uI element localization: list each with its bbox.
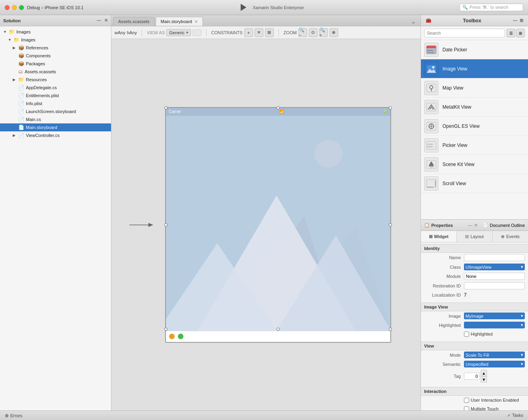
properties-panel: 📋 Properties — ✕ 📄 Document Outline ⊞ Wi…	[421, 219, 528, 410]
sidebar-item-entitlements[interactable]: 📄 Entitlements.plist	[0, 92, 111, 100]
resize-handle-top-left[interactable]	[164, 106, 168, 109]
sidebar-item-resources[interactable]: ▶ 📁 Resources	[0, 76, 111, 84]
resize-handle-middle-left[interactable]	[164, 223, 168, 227]
arrow-indicator	[129, 221, 153, 229]
semantic-value: Unspecified	[466, 362, 488, 367]
user-interaction-checkbox[interactable]	[464, 398, 469, 403]
phone-bottom-bar	[166, 331, 390, 342]
generic-dropdown[interactable]: Generic ▾	[166, 29, 191, 36]
tab-layout[interactable]: ⊟ Layout	[457, 231, 493, 242]
sidebar-item-references[interactable]: ▶ 📦 References	[0, 44, 111, 52]
sidebar-item-viewcontroller[interactable]: ▶ 📄 ViewController.cs	[0, 131, 111, 139]
maximize-button[interactable]	[19, 5, 24, 10]
highlighted-checkbox[interactable]	[464, 332, 469, 337]
errors-button[interactable]: ⊗ Errors	[5, 413, 22, 418]
sidebar-item-label: Resources	[26, 77, 47, 82]
tab-close-icon[interactable]: ✕	[195, 20, 198, 24]
toolbox-item-image-view[interactable]: Image View	[421, 59, 528, 78]
storyboard-file-icon: 📄	[18, 125, 24, 130]
svg-point-27	[429, 166, 434, 167]
tab-assets[interactable]: Assets.xcassets	[113, 17, 155, 26]
play-button[interactable]	[239, 4, 246, 11]
device-preview-icon[interactable]	[193, 29, 201, 36]
semantic-label: Semantic	[424, 362, 464, 367]
sidebar-item-images-sub[interactable]: ▼ 📁 Images	[0, 36, 111, 44]
metalkit-label: MetalKit View	[442, 104, 471, 110]
sidebar-item-packages[interactable]: 📦 Packages	[0, 60, 111, 68]
multiple-touch-checkbox[interactable]	[464, 406, 469, 411]
remove-constraint-button[interactable]: ✕	[255, 28, 263, 37]
tasks-label: Tasks	[512, 413, 523, 418]
highlighted-dropdown[interactable]: ▾	[464, 322, 525, 328]
sidebar-item-assets[interactable]: 🗂 Assets.xcassets	[0, 68, 111, 76]
minimize-button[interactable]	[12, 5, 17, 10]
grid-view-button[interactable]: ⊞	[516, 29, 525, 37]
sidebar-item-components[interactable]: 📦 Components	[0, 52, 111, 60]
name-input[interactable]	[464, 254, 525, 261]
props-row-image: Image MyImage ▾	[421, 311, 528, 320]
tab-events[interactable]: ⊕ Events	[493, 231, 528, 242]
properties-close-button[interactable]: ✕	[474, 223, 478, 228]
tasks-button[interactable]: ✓ Tasks	[507, 413, 523, 418]
image-dropdown[interactable]: MyImage ▾	[464, 313, 525, 319]
close-button[interactable]	[5, 5, 10, 10]
sidebar-item-appdelegate[interactable]: 📄 AppDelegate.cs	[0, 84, 111, 92]
tab-widget[interactable]: ⊞ Widget	[421, 231, 457, 242]
sidebar-close-icon[interactable]: ✕	[104, 18, 108, 23]
restoration-input[interactable]	[464, 282, 525, 289]
resize-handle-top-center[interactable]	[277, 106, 280, 109]
resize-handle-bottom-left[interactable]	[164, 328, 168, 331]
tag-increment-button[interactable]: ▲	[481, 370, 487, 376]
toolbox-item-metalkit[interactable]: MetalKit View	[421, 98, 528, 117]
constraints-label: CONSTRAINTS	[211, 30, 243, 35]
resize-handle-middle-right[interactable]	[389, 223, 392, 227]
module-input[interactable]	[464, 273, 525, 280]
semantic-dropdown[interactable]: Unspecified ▾	[464, 361, 525, 367]
mode-dropdown[interactable]: Scale To Fill ▾	[464, 352, 525, 358]
toolbox-item-opengl[interactable]: OpenGL ES View	[421, 117, 528, 136]
tag-input[interactable]	[464, 373, 480, 380]
constraint-options-button[interactable]: ⊞	[265, 28, 274, 37]
canvas-area[interactable]: Carrier 📶 🔋	[111, 39, 421, 410]
toolbox-item-date-picker[interactable]: January February Date Picker	[421, 40, 528, 59]
tab-mainstoryboard[interactable]: Main.storyboard ✕	[156, 17, 203, 26]
sidebar-item-mainstoryboard[interactable]: 📄 Main.storyboard	[0, 123, 111, 131]
sidebar-item-launchscreen[interactable]: 📄 LaunchScreen.storyboard	[0, 107, 111, 115]
toolbox-item-scroll[interactable]: Scroll View	[421, 174, 528, 193]
panel-view-icon[interactable]: ⊞	[520, 18, 523, 23]
panel-minimize-icon[interactable]: —	[513, 18, 517, 23]
traffic-lights	[5, 5, 24, 10]
sidebar-item-infoplist[interactable]: 📄 Info.plist	[0, 100, 111, 107]
toolbox-item-picker[interactable]: Lorem ipsum Picker View	[421, 136, 528, 155]
toolbox-item-scenekit[interactable]: Scene Kit View	[421, 155, 528, 174]
highlighted-check-label: Highlighted	[471, 332, 493, 336]
sidebar-item-maincs[interactable]: 📄 Main.cs	[0, 115, 111, 123]
props-row-restoration: Restoration ID	[421, 281, 528, 291]
resize-handle-bottom-right[interactable]	[389, 328, 392, 331]
zoom-out-button[interactable]: 🔍−	[298, 28, 307, 37]
add-constraint-button[interactable]: +	[244, 28, 253, 37]
toolbox-view-buttons: ☰ ⊞	[507, 29, 525, 37]
toolbar-divider	[206, 29, 207, 36]
properties-close-icon[interactable]: —	[468, 223, 472, 228]
toolbox-search-input[interactable]	[424, 29, 505, 37]
titlebar-search[interactable]: 🔍 Press '⌘.' to search	[460, 4, 523, 11]
tab-dropdown-icon[interactable]: ⌄	[411, 18, 416, 25]
class-dropdown[interactable]: UIImageView ▾	[464, 264, 525, 270]
zoom-in-button[interactable]: 🔍+	[319, 28, 328, 37]
expand-arrow-icon: ▼	[3, 30, 7, 34]
list-view-button[interactable]: ☰	[507, 29, 515, 37]
tag-decrement-button[interactable]: ▼	[481, 376, 487, 383]
right-panel: 🧰 Toolbox — ⊞ ☰ ⊞ January	[421, 15, 528, 410]
localization-field: 7	[464, 292, 525, 298]
resize-handle-bottom-center[interactable]	[277, 328, 280, 331]
resize-handle-top-right[interactable]	[389, 106, 392, 109]
zoom-reset-button[interactable]: ⊙	[309, 28, 318, 37]
sidebar-minimize-icon[interactable]: —	[97, 18, 101, 23]
sidebar-item-images-root[interactable]: ▼ 📁 Images	[0, 28, 111, 36]
titlebar-debug-info: Debug › iPhone SE iOS 10.1	[27, 5, 84, 10]
document-outline-label[interactable]: Document Outline	[490, 223, 525, 228]
zoom-fit-button[interactable]: ⊕	[329, 28, 338, 37]
sidebar-title: Solution	[3, 18, 21, 23]
toolbox-item-map-view[interactable]: Map View	[421, 78, 528, 98]
